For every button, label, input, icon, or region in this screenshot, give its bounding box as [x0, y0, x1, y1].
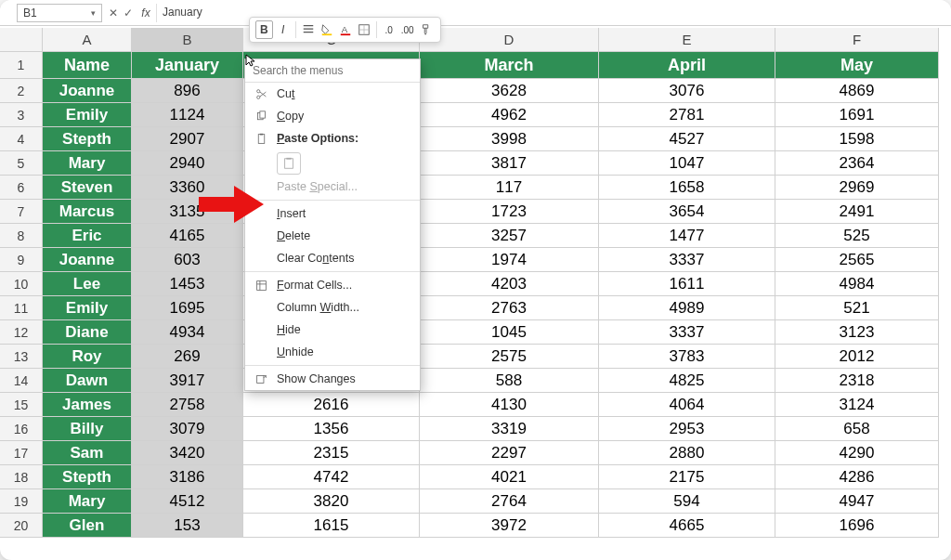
data-cell[interactable]: 2491 — [775, 200, 939, 224]
data-cell[interactable]: 4021 — [420, 465, 599, 489]
cancel-formula-icon[interactable]: ✕ — [106, 7, 121, 20]
data-cell[interactable]: 1356 — [243, 417, 420, 441]
menu-item-insert[interactable]: Insert — [245, 202, 420, 225]
data-cell[interactable]: 2764 — [420, 489, 599, 514]
data-cell[interactable]: 3123 — [775, 320, 939, 345]
data-cell[interactable]: 2758 — [132, 393, 243, 417]
row-header[interactable]: 19 — [0, 489, 43, 514]
data-cell[interactable]: 1695 — [132, 296, 243, 320]
name-cell[interactable]: Marcus — [43, 200, 132, 224]
data-cell[interactable]: 4665 — [599, 514, 775, 538]
data-cell[interactable]: 4989 — [599, 296, 775, 320]
row-header[interactable]: 3 — [0, 103, 43, 127]
data-cell[interactable]: 4130 — [420, 393, 599, 417]
name-cell[interactable]: Dawn — [43, 369, 132, 393]
menu-item-cut[interactable]: Cut — [245, 83, 420, 105]
row-header[interactable]: 16 — [0, 417, 43, 441]
row-header[interactable]: 10 — [0, 272, 43, 296]
data-cell[interactable]: 2012 — [775, 345, 939, 369]
header-cell[interactable]: April — [599, 52, 775, 79]
menu-item-column-width[interactable]: Column Width... — [245, 296, 420, 319]
data-cell[interactable]: 896 — [132, 79, 243, 103]
menu-item-copy[interactable]: Copy — [245, 105, 420, 127]
data-cell[interactable]: 1615 — [243, 514, 420, 538]
data-cell[interactable]: 4064 — [599, 393, 775, 417]
menu-item-format-cells[interactable]: Format Cells... — [245, 274, 420, 296]
bold-button[interactable]: B — [255, 20, 273, 39]
data-cell[interactable]: 3998 — [420, 127, 599, 151]
column-header-D[interactable]: D — [420, 28, 599, 52]
data-cell[interactable]: 1696 — [775, 514, 939, 538]
name-cell[interactable]: Diane — [43, 320, 132, 345]
data-cell[interactable]: 2940 — [132, 151, 243, 176]
data-cell[interactable]: 2763 — [420, 296, 599, 320]
name-cell[interactable]: Joanne — [43, 248, 132, 272]
data-cell[interactable]: 588 — [420, 369, 599, 393]
row-header[interactable]: 12 — [0, 320, 43, 345]
name-box[interactable]: B1 ▾ — [17, 4, 102, 22]
data-cell[interactable]: 4203 — [420, 272, 599, 296]
column-header-E[interactable]: E — [599, 28, 775, 52]
data-cell[interactable]: 1658 — [599, 176, 775, 200]
data-cell[interactable]: 2616 — [243, 393, 420, 417]
data-cell[interactable]: 3337 — [599, 320, 775, 345]
data-cell[interactable]: 4869 — [775, 79, 939, 103]
name-cell[interactable]: Sam — [43, 441, 132, 465]
data-cell[interactable]: 3817 — [420, 151, 599, 176]
name-cell[interactable]: Billy — [43, 417, 132, 441]
data-cell[interactable]: 3337 — [599, 248, 775, 272]
header-cell[interactable]: Name — [43, 52, 132, 79]
data-cell[interactable]: 1611 — [599, 272, 775, 296]
data-cell[interactable]: 658 — [775, 417, 939, 441]
borders-button[interactable] — [356, 20, 372, 39]
data-cell[interactable]: 2315 — [243, 441, 420, 465]
data-cell[interactable]: 3186 — [132, 465, 243, 489]
data-cell[interactable]: 153 — [132, 514, 243, 538]
data-cell[interactable]: 4527 — [599, 127, 775, 151]
data-cell[interactable]: 3654 — [599, 200, 775, 224]
row-header[interactable]: 8 — [0, 224, 43, 248]
header-cell[interactable]: May — [775, 52, 939, 79]
data-cell[interactable]: 4934 — [132, 320, 243, 345]
menu-item-unhide[interactable]: Unhide — [245, 341, 420, 363]
data-cell[interactable]: 3783 — [599, 345, 775, 369]
data-cell[interactable]: 1723 — [420, 200, 599, 224]
data-cell[interactable]: 1124 — [132, 103, 243, 127]
data-cell[interactable]: 3420 — [132, 441, 243, 465]
row-header[interactable]: 13 — [0, 345, 43, 369]
row-header[interactable]: 6 — [0, 176, 43, 200]
data-cell[interactable]: 3972 — [420, 514, 599, 538]
data-cell[interactable]: 2953 — [599, 417, 775, 441]
data-cell[interactable]: 3319 — [420, 417, 599, 441]
menu-search-input[interactable] — [253, 64, 412, 77]
menu-item-hide[interactable]: Hide — [245, 319, 420, 341]
spreadsheet-grid[interactable]: 1NameJanuaryMarchAprilMay2Joanne89636283… — [0, 52, 951, 560]
accept-formula-icon[interactable]: ✓ — [121, 7, 136, 20]
data-cell[interactable]: 3820 — [243, 489, 420, 514]
paste-option-default[interactable] — [277, 152, 301, 175]
name-cell[interactable]: Emily — [43, 296, 132, 320]
name-cell[interactable]: Mary — [43, 151, 132, 176]
data-cell[interactable]: 269 — [132, 345, 243, 369]
name-cell[interactable]: Stepth — [43, 465, 132, 489]
menu-search[interactable] — [245, 59, 420, 83]
menu-item-delete[interactable]: Delete — [245, 225, 420, 247]
data-cell[interactable]: 1598 — [775, 127, 939, 151]
data-cell[interactable]: 1453 — [132, 272, 243, 296]
data-cell[interactable]: 1047 — [599, 151, 775, 176]
row-header[interactable]: 4 — [0, 127, 43, 151]
data-cell[interactable]: 3917 — [132, 369, 243, 393]
data-cell[interactable]: 2781 — [599, 103, 775, 127]
data-cell[interactable]: 1045 — [420, 320, 599, 345]
data-cell[interactable]: 4290 — [775, 441, 939, 465]
column-header-A[interactable]: A — [43, 28, 132, 52]
row-header[interactable]: 7 — [0, 200, 43, 224]
data-cell[interactable]: 594 — [599, 489, 775, 514]
name-cell[interactable]: Mary — [43, 489, 132, 514]
row-header[interactable]: 15 — [0, 393, 43, 417]
row-header[interactable]: 2 — [0, 79, 43, 103]
data-cell[interactable]: 1691 — [775, 103, 939, 127]
row-header[interactable]: 18 — [0, 465, 43, 489]
row-header[interactable]: 17 — [0, 441, 43, 465]
data-cell[interactable]: 4825 — [599, 369, 775, 393]
